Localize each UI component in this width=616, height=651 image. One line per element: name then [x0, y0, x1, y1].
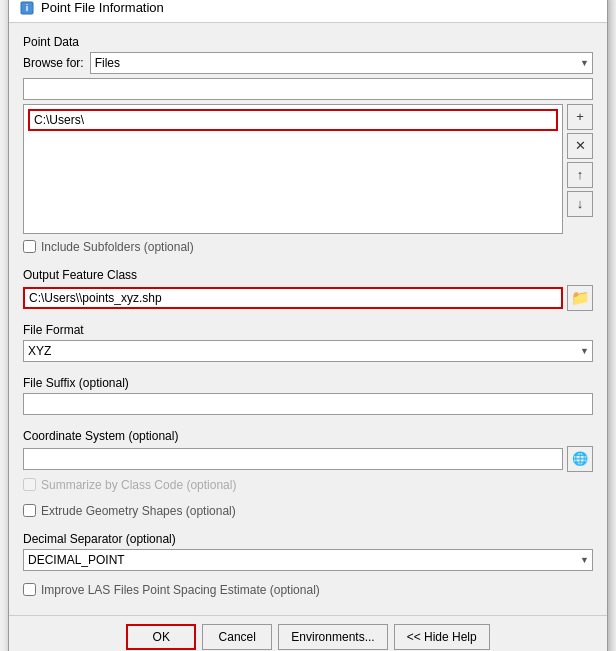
folder-icon: 📁 — [571, 289, 590, 307]
improve-las-checkbox[interactable] — [23, 583, 36, 596]
summarize-label: Summarize by Class Code (optional) — [41, 478, 236, 492]
remove-icon: ✕ — [575, 138, 586, 153]
include-subfolders-checkbox[interactable] — [23, 240, 36, 253]
extrude-row: Extrude Geometry Shapes (optional) — [23, 504, 593, 518]
file-format-wrapper: XYZ LAS XYZI XYZRGB — [23, 340, 593, 362]
output-row: 📁 — [23, 285, 593, 311]
file-path-entry[interactable]: C:\Users\ — [28, 109, 558, 131]
browse-select-wrapper: Files Folders — [90, 52, 593, 74]
file-search-input[interactable] — [23, 78, 593, 100]
move-down-button[interactable]: ↓ — [567, 191, 593, 217]
file-browse-area: C:\Users\ + ✕ ↑ ↓ — [23, 104, 593, 234]
dialog-body: Point Data Browse for: Files Folders C:\… — [9, 23, 607, 615]
main-dialog: i Point File Information Point Data Brow… — [8, 0, 608, 651]
browse-for-label: Browse for: — [23, 56, 84, 70]
file-format-label: File Format — [23, 323, 593, 337]
file-path-value: C:\Users\ — [34, 113, 84, 127]
point-data-label: Point Data — [23, 35, 593, 49]
move-up-button[interactable]: ↑ — [567, 162, 593, 188]
include-subfolders-label: Include Subfolders (optional) — [41, 240, 194, 254]
output-path-input[interactable] — [23, 287, 563, 309]
summarize-row: Summarize by Class Code (optional) — [23, 478, 593, 492]
browse-row: Browse for: Files Folders — [23, 52, 593, 74]
title-bar-text: Point File Information — [41, 0, 164, 15]
add-icon: + — [576, 109, 584, 124]
file-suffix-label: File Suffix (optional) — [23, 376, 593, 390]
output-feature-class-label: Output Feature Class — [23, 268, 593, 282]
side-buttons: + ✕ ↑ ↓ — [567, 104, 593, 217]
output-folder-button[interactable]: 📁 — [567, 285, 593, 311]
dialog-icon: i — [19, 0, 35, 16]
svg-text:i: i — [26, 3, 29, 13]
improve-las-label: Improve LAS Files Point Spacing Estimate… — [41, 583, 320, 597]
summarize-checkbox[interactable] — [23, 478, 36, 491]
browse-select[interactable]: Files Folders — [90, 52, 593, 74]
extrude-checkbox[interactable] — [23, 504, 36, 517]
extrude-label: Extrude Geometry Shapes (optional) — [41, 504, 236, 518]
include-subfolders-row: Include Subfolders (optional) — [23, 240, 593, 254]
file-suffix-input[interactable] — [23, 393, 593, 415]
decimal-separator-label: Decimal Separator (optional) — [23, 532, 593, 546]
coordinate-system-row: 🌐 — [23, 446, 593, 472]
arrow-up-icon: ↑ — [577, 167, 584, 182]
file-list-panel: C:\Users\ — [23, 104, 563, 234]
coordinate-system-button[interactable]: 🌐 — [567, 446, 593, 472]
ok-button[interactable]: OK — [126, 624, 196, 650]
coordinate-system-label: Coordinate System (optional) — [23, 429, 593, 443]
add-file-button[interactable]: + — [567, 104, 593, 130]
hide-help-button[interactable]: << Hide Help — [394, 624, 490, 650]
cancel-button[interactable]: Cancel — [202, 624, 272, 650]
title-bar: i Point File Information — [9, 0, 607, 23]
remove-file-button[interactable]: ✕ — [567, 133, 593, 159]
coordinate-system-input[interactable] — [23, 448, 563, 470]
decimal-separator-wrapper: DECIMAL_POINT DECIMAL_COMMA — [23, 549, 593, 571]
environments-button[interactable]: Environments... — [278, 624, 387, 650]
file-format-select[interactable]: XYZ LAS XYZI XYZRGB — [23, 340, 593, 362]
dialog-footer: OK Cancel Environments... << Hide Help — [9, 615, 607, 652]
coordinate-icon: 🌐 — [572, 451, 588, 466]
improve-las-row: Improve LAS Files Point Spacing Estimate… — [23, 583, 593, 597]
arrow-down-icon: ↓ — [577, 196, 584, 211]
decimal-separator-select[interactable]: DECIMAL_POINT DECIMAL_COMMA — [23, 549, 593, 571]
